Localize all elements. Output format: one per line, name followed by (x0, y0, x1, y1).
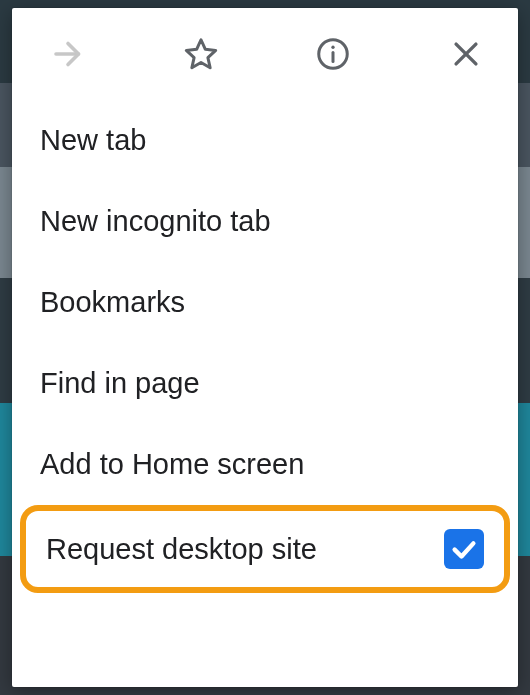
info-icon (315, 36, 351, 72)
menu-item-bookmarks[interactable]: Bookmarks (12, 262, 518, 343)
star-icon (183, 36, 219, 72)
menu-item-label: Add to Home screen (40, 448, 304, 481)
request-desktop-site-checkbox[interactable] (444, 529, 484, 569)
menu-item-label: Bookmarks (40, 286, 185, 319)
page-info-button[interactable] (311, 32, 355, 76)
svg-point-4 (332, 46, 335, 49)
arrow-right-icon (50, 36, 86, 72)
menu-item-add-to-home-screen[interactable]: Add to Home screen (12, 424, 518, 505)
bookmark-button[interactable] (179, 32, 223, 76)
menu-item-label: New tab (40, 124, 146, 157)
menu-icon-row (12, 8, 518, 100)
svg-marker-1 (186, 40, 215, 68)
checkmark-icon (449, 534, 479, 564)
menu-item-new-incognito-tab[interactable]: New incognito tab (12, 181, 518, 262)
forward-button[interactable] (46, 32, 90, 76)
close-icon (449, 37, 483, 71)
close-menu-button[interactable] (444, 32, 488, 76)
overflow-menu-panel: New tab New incognito tab Bookmarks Find… (12, 8, 518, 687)
menu-item-label: Find in page (40, 367, 200, 400)
menu-item-label: Request desktop site (46, 533, 317, 566)
menu-item-new-tab[interactable]: New tab (12, 100, 518, 181)
menu-item-request-desktop-site[interactable]: Request desktop site (20, 505, 510, 593)
menu-item-label: New incognito tab (40, 205, 271, 238)
menu-items-list: New tab New incognito tab Bookmarks Find… (12, 100, 518, 601)
menu-item-find-in-page[interactable]: Find in page (12, 343, 518, 424)
